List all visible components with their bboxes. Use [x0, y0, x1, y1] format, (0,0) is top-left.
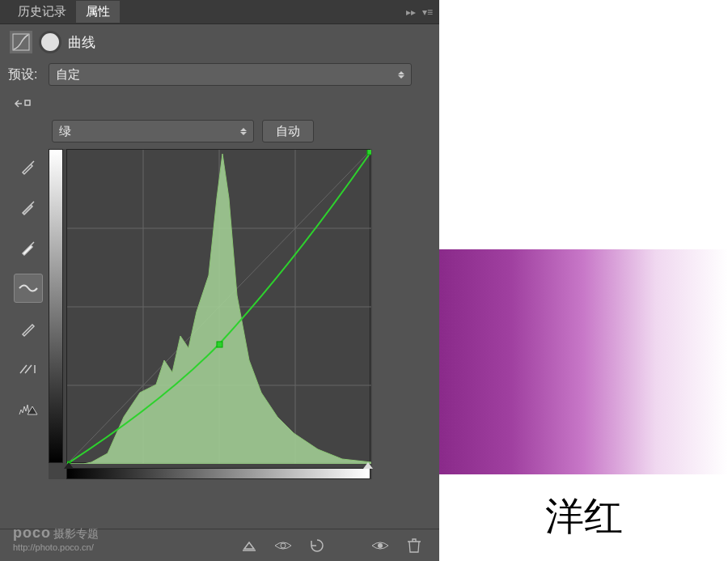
view-previous-icon[interactable]: [273, 535, 294, 556]
hand-tool-icon[interactable]: [13, 94, 36, 113]
tabs: 历史记录 属性 ▸▸ ▾≡: [0, 0, 439, 24]
auto-button[interactable]: 自动: [262, 120, 314, 142]
curve-graph[interactable]: [49, 149, 372, 479]
delete-icon[interactable]: [404, 535, 425, 556]
curve-grid[interactable]: [66, 149, 370, 463]
properties-panel: 历史记录 属性 ▸▸ ▾≡ 曲线 预设: 自定: [0, 0, 439, 561]
eyedropper-white-icon[interactable]: [14, 233, 43, 262]
panel-menu-icon[interactable]: ▾≡: [422, 6, 433, 18]
eyedropper-black-icon[interactable]: [14, 152, 43, 181]
watermark: poco 摄影专题 http://photo.poco.cn/: [13, 525, 99, 553]
swatch-label: 洋红: [439, 491, 728, 542]
toggle-visibility-icon[interactable]: [370, 535, 391, 556]
tab-history[interactable]: 历史记录: [8, 1, 76, 23]
tab-properties[interactable]: 属性: [76, 1, 120, 23]
layer-mask-icon[interactable]: [39, 31, 61, 53]
channel-select[interactable]: 绿: [52, 120, 254, 142]
reset-icon[interactable]: [307, 535, 328, 556]
svg-point-12: [378, 543, 383, 548]
curve-edit-icon[interactable]: [14, 274, 43, 303]
preset-row: 预设: 自定: [8, 63, 412, 86]
pencil-icon[interactable]: [14, 314, 43, 343]
color-swatch-panel: 洋红: [439, 0, 728, 561]
svg-point-11: [281, 543, 286, 548]
input-gradient[interactable]: [66, 468, 370, 479]
side-tools: [8, 149, 49, 479]
adjustment-title: 曲线: [68, 33, 95, 52]
preset-select[interactable]: 自定: [49, 63, 412, 86]
smooth-icon[interactable]: [14, 355, 43, 384]
magenta-gradient-swatch: [439, 249, 728, 474]
eyedropper-gray-icon[interactable]: [14, 193, 43, 222]
black-point-slider[interactable]: [64, 462, 74, 469]
histogram-warn-icon[interactable]: [14, 395, 43, 424]
channel-value: 绿: [59, 124, 71, 139]
preset-value: 自定: [56, 67, 80, 83]
adjustment-header: 曲线: [0, 24, 439, 60]
curves-adjustment-icon: [10, 31, 32, 53]
collapse-icon[interactable]: ▸▸: [406, 6, 416, 18]
output-gradient: [49, 149, 63, 463]
white-point-slider[interactable]: [363, 462, 373, 469]
preset-label: 预设:: [8, 66, 44, 83]
clip-to-layer-icon[interactable]: [239, 535, 260, 556]
svg-rect-10: [367, 150, 371, 155]
svg-rect-9: [217, 342, 222, 347]
